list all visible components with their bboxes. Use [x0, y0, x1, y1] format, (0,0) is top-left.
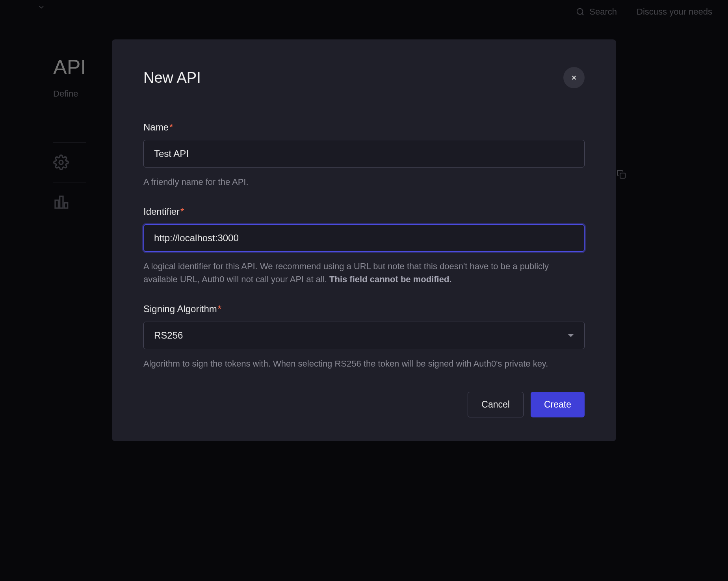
- modal-title: New API: [143, 69, 201, 86]
- modal-overlay: New API Name* A friendly name for the AP…: [0, 0, 728, 581]
- identifier-label: Identifier*: [143, 206, 585, 217]
- identifier-input[interactable]: [143, 224, 585, 252]
- identifier-field-group: Identifier* A logical identifier for thi…: [143, 206, 585, 286]
- algorithm-select[interactable]: RS256: [143, 322, 585, 349]
- name-helper: A friendly name for the API.: [143, 175, 585, 188]
- modal-header: New API: [143, 67, 585, 88]
- close-icon: [570, 74, 578, 81]
- cancel-button[interactable]: Cancel: [468, 392, 524, 417]
- name-label: Name*: [143, 122, 585, 133]
- required-asterisk: *: [169, 122, 173, 132]
- algorithm-field-group: Signing Algorithm* RS256 Algorithm to si…: [143, 304, 585, 370]
- identifier-helper: A logical identifier for this API. We re…: [143, 260, 585, 286]
- name-field-group: Name* A friendly name for the API.: [143, 122, 585, 188]
- name-input[interactable]: [143, 140, 585, 168]
- new-api-modal: New API Name* A friendly name for the AP…: [112, 39, 616, 441]
- algorithm-helper: Algorithm to sign the tokens with. When …: [143, 357, 585, 370]
- close-button[interactable]: [563, 67, 585, 88]
- required-asterisk: *: [218, 304, 221, 314]
- algorithm-label: Signing Algorithm*: [143, 304, 585, 315]
- algorithm-selected-value: RS256: [154, 330, 183, 341]
- modal-footer: Cancel Create: [143, 392, 585, 417]
- caret-down-icon: [568, 334, 574, 337]
- required-asterisk: *: [180, 206, 184, 217]
- create-button[interactable]: Create: [531, 392, 585, 417]
